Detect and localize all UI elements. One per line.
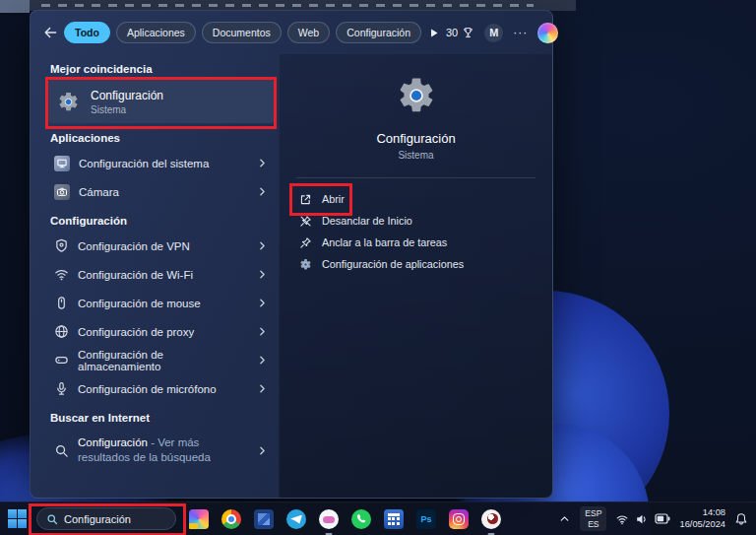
settings-heading: Configuración [50, 215, 275, 227]
topbar-right-cluster: 30 M ··· [446, 23, 558, 43]
result-label: Configuración de VPN [78, 240, 190, 252]
chrome-icon[interactable] [221, 509, 241, 529]
preview-subtitle: Sistema [398, 150, 433, 161]
preview-actions: Abrir Desanclar de Inicio Anclar a la ba… [280, 178, 552, 275]
apps-heading: Aplicaciones [50, 132, 275, 144]
volume-icon [635, 512, 649, 526]
search-flyout: Todo Aplicaciones Documentos Web Configu… [30, 10, 553, 499]
background-window-text [41, 4, 534, 7]
wifi-icon [615, 512, 629, 526]
photoshop-label: Ps [420, 514, 431, 524]
result-mouse-settings[interactable]: Configuración de mouse [48, 289, 275, 317]
instagram-icon[interactable] [449, 509, 469, 529]
calculator-icon[interactable] [384, 509, 404, 529]
action-open[interactable]: Abrir [295, 188, 536, 210]
result-label: Configuración de proxy [78, 326, 194, 338]
ellipsis-icon[interactable]: ··· [513, 26, 528, 39]
trophy-icon [462, 27, 474, 39]
chevron-right-icon [256, 325, 269, 338]
shield-icon [54, 238, 69, 253]
tab-aplicaciones[interactable]: Aplicaciones [116, 22, 196, 43]
creative-app-icon[interactable] [189, 509, 209, 529]
chevron-right-icon [256, 444, 269, 457]
result-proxy-settings[interactable]: Configuración de proxy [48, 317, 275, 346]
settings-gear-icon [396, 75, 437, 116]
result-wifi-settings[interactable]: Configuración de Wi-Fi [48, 260, 275, 289]
preview-pane: Configuración Sistema Abrir Desanclar de… [279, 54, 552, 498]
tab-documentos[interactable]: Documentos [202, 22, 282, 43]
results-column: Mejor coincidencia Configuración Sistema… [31, 54, 279, 498]
whatsapp-icon[interactable] [351, 509, 371, 529]
more-tabs-button[interactable] [427, 27, 440, 39]
pin-icon [299, 236, 312, 249]
storage-icon [54, 353, 69, 368]
mouse-icon [54, 296, 69, 310]
result-label: Cámara [79, 186, 119, 198]
result-microphone-settings[interactable]: Configuración de micrófono [48, 374, 275, 403]
photoshop-icon[interactable]: Ps [416, 509, 436, 529]
chevron-right-icon [256, 239, 269, 252]
best-match-heading: Mejor coincidencia [50, 63, 275, 75]
action-app-settings[interactable]: Configuración de aplicaciones [295, 253, 536, 275]
action-label: Anclar a la barra de tareas [322, 236, 447, 248]
tab-todo[interactable]: Todo [64, 22, 110, 43]
chevron-right-icon [256, 268, 269, 281]
rewards-points: 30 [446, 27, 458, 38]
result-storage-settings[interactable]: Configuración de almacenamiento [48, 346, 275, 374]
web-search-heading: Buscar en Internet [50, 412, 275, 424]
action-label: Abrir [322, 193, 345, 205]
result-label: Configuración - Ver más resultados de la… [78, 435, 247, 465]
system-settings-app-icon [54, 156, 70, 171]
chevron-up-icon[interactable] [558, 512, 571, 525]
action-label: Configuración de aplicaciones [322, 258, 464, 270]
account-button[interactable]: M [484, 24, 503, 42]
telegram-icon[interactable] [286, 509, 306, 529]
result-label: Configuración de almacenamiento [78, 349, 247, 372]
microphone-icon [54, 381, 69, 396]
result-web-search[interactable]: Configuración - Ver más resultados de la… [48, 429, 275, 472]
taskbar-search-input[interactable]: Configuración [36, 507, 176, 530]
result-label: Configuración del sistema [79, 158, 209, 169]
result-label: Configuración de Wi-Fi [78, 269, 193, 281]
notification-bell-icon[interactable] [734, 512, 748, 526]
copilot-icon[interactable] [537, 23, 558, 43]
pink-cloud-app-icon[interactable] [319, 509, 339, 529]
flyout-body: Mejor coincidencia Configuración Sistema… [31, 54, 552, 498]
open-external-icon [299, 193, 312, 206]
background-window-corner [0, 0, 30, 13]
blue-app-icon[interactable] [254, 509, 274, 529]
tab-web[interactable]: Web [287, 22, 330, 43]
time: 14:08 [679, 507, 725, 519]
language-switcher[interactable]: ESP ES [580, 506, 606, 531]
best-match-result[interactable]: Configuración Sistema [48, 80, 275, 123]
result-vpn-settings[interactable]: Configuración de VPN [48, 232, 275, 260]
camera-app-icon [54, 184, 70, 200]
taskbar-search-value: Configuración [64, 513, 131, 525]
tab-configuracion[interactable]: Configuración [336, 22, 421, 43]
action-pin-taskbar[interactable]: Anclar a la barra de tareas [295, 232, 536, 253]
taskbar: Configuración Ps ESP ES [0, 502, 756, 535]
back-arrow-icon [42, 25, 58, 40]
best-match-subtitle: Sistema [91, 104, 163, 115]
date: 16/05/2024 [679, 519, 725, 531]
result-camera-app[interactable]: Cámara [48, 177, 275, 206]
system-tray: ESP ES 14:08 16/05/2024 [558, 506, 748, 531]
result-system-settings-app[interactable]: Configuración del sistema [48, 149, 275, 177]
action-unpin-start[interactable]: Desanclar de Inicio [295, 210, 536, 232]
settings-gear-icon [57, 91, 80, 113]
back-button[interactable] [42, 25, 58, 40]
chevron-right-icon [256, 185, 269, 198]
desktop: Todo Aplicaciones Documentos Web Configu… [0, 0, 756, 535]
media-app-icon[interactable] [481, 509, 501, 529]
windows-start-icon[interactable] [8, 509, 28, 529]
search-icon [54, 443, 69, 458]
action-label: Desanclar de Inicio [322, 215, 412, 227]
rewards-button[interactable]: 30 [446, 27, 474, 39]
clock[interactable]: 14:08 16/05/2024 [679, 507, 725, 530]
quick-settings[interactable] [615, 512, 670, 526]
taskbar-apps: Ps [189, 509, 501, 529]
chevron-right-icon [256, 157, 269, 169]
play-icon [427, 27, 440, 39]
best-match-title: Configuración [91, 89, 163, 102]
result-label: Configuración de mouse [78, 298, 201, 309]
